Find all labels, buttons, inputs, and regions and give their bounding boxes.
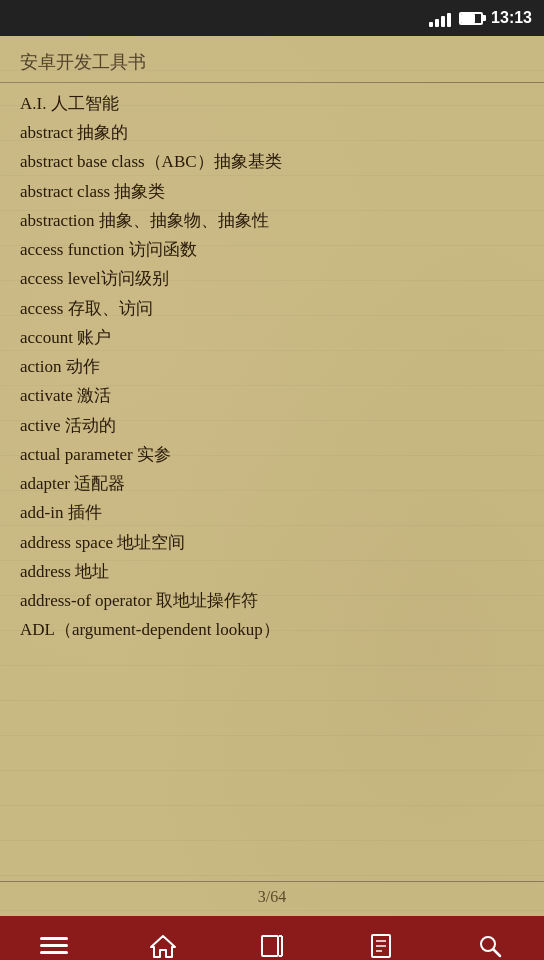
nav-item-home[interactable]: 首页 (109, 916, 218, 960)
list-item[interactable]: address-of operator 取地址操作符 (20, 586, 524, 615)
page-number: 3/64 (258, 888, 286, 905)
page-number-icon (370, 933, 392, 959)
nav-item-search[interactable]: 搜索 (435, 916, 544, 960)
list-item[interactable]: adapter 适配器 (20, 469, 524, 498)
svg-marker-0 (151, 936, 175, 957)
list-item[interactable]: access level访问级别 (20, 264, 524, 293)
list-item[interactable]: actual parameter 实参 (20, 440, 524, 469)
bottom-nav: 目录 首页 末页 页码 搜索 (0, 916, 544, 960)
battery-icon (459, 12, 483, 25)
status-bar: 13:13 (0, 0, 544, 36)
content-area: 安卓开发工具书 A.I. 人工智能abstract 抽象的abstract ba… (0, 36, 544, 916)
list-item[interactable]: access 存取、访问 (20, 294, 524, 323)
signal-bar-1 (429, 22, 433, 27)
signal-bar-2 (435, 19, 439, 27)
list-item[interactable]: add-in 插件 (20, 498, 524, 527)
list-item[interactable]: abstract class 抽象类 (20, 177, 524, 206)
svg-line-10 (493, 949, 500, 956)
word-list: A.I. 人工智能abstract 抽象的abstract base class… (0, 83, 544, 644)
svg-rect-1 (262, 936, 278, 956)
list-item[interactable]: activate 激活 (20, 381, 524, 410)
signal-indicator (429, 9, 451, 27)
search-icon (477, 933, 503, 959)
list-item[interactable]: action 动作 (20, 352, 524, 381)
signal-bar-4 (447, 13, 451, 27)
nav-item-contents[interactable]: 目录 (0, 916, 109, 960)
battery-fill (461, 14, 475, 23)
list-item[interactable]: address 地址 (20, 557, 524, 586)
home-icon (150, 934, 176, 958)
list-item[interactable]: account 账户 (20, 323, 524, 352)
list-item[interactable]: active 活动的 (20, 411, 524, 440)
nav-item-end[interactable]: 末页 (218, 916, 327, 960)
book-title-bar: 安卓开发工具书 (0, 36, 544, 83)
status-time: 13:13 (491, 9, 532, 27)
page-number-bar: 3/64 (0, 881, 544, 906)
list-item[interactable]: abstract base class（ABC）抽象基类 (20, 147, 524, 176)
list-item[interactable]: access function 访问函数 (20, 235, 524, 264)
menu-icon (40, 936, 68, 956)
signal-bar-3 (441, 16, 445, 27)
list-item[interactable]: address space 地址空间 (20, 528, 524, 557)
list-item[interactable]: ADL（argument-dependent lookup） (20, 615, 524, 644)
book-title: 安卓开发工具书 (20, 52, 146, 72)
nav-item-pagecode[interactable]: 页码 (326, 916, 435, 960)
list-item[interactable]: abstract 抽象的 (20, 118, 524, 147)
list-item[interactable]: A.I. 人工智能 (20, 89, 524, 118)
end-page-icon (259, 934, 285, 958)
list-item[interactable]: abstraction 抽象、抽象物、抽象性 (20, 206, 524, 235)
